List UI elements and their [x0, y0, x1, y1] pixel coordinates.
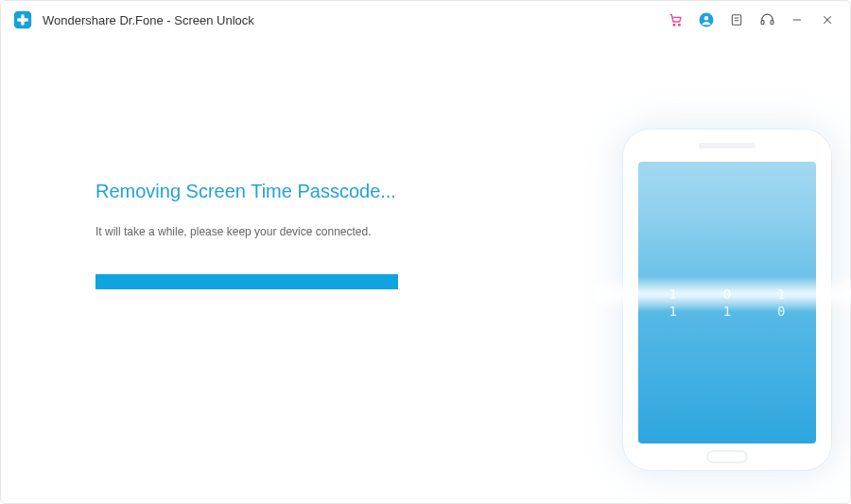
- scan-digit: 1: [669, 304, 676, 319]
- svg-rect-9: [771, 20, 773, 24]
- svg-rect-8: [761, 20, 764, 24]
- progress-bar: [96, 274, 398, 289]
- device-illustration: 1 0 1 1 1 0: [623, 130, 831, 470]
- account-icon[interactable]: [693, 7, 720, 33]
- status-subtext: It will take a while, please keep your d…: [96, 225, 474, 238]
- phone-home-button: [706, 450, 748, 463]
- app-window: Wondershare Dr.Fone - Screen Unlock: [0, 0, 851, 504]
- scan-digits-row: 1 1 0: [638, 304, 816, 319]
- scan-digit: 1: [723, 304, 731, 319]
- svg-point-6: [704, 16, 709, 21]
- scan-digits-row: 1 0 1: [638, 287, 816, 302]
- minimize-button[interactable]: [784, 7, 810, 33]
- phone-screen: 1 0 1 1 1 0: [638, 162, 816, 443]
- close-button[interactable]: [814, 7, 841, 33]
- progress-panel: Removing Screen Time Passcode... It will…: [1, 39, 474, 503]
- svg-rect-2: [17, 18, 28, 21]
- svg-rect-7: [732, 15, 740, 26]
- window-title: Wondershare Dr.Fone - Screen Unlock: [43, 13, 254, 27]
- svg-point-3: [673, 24, 675, 26]
- scan-digit: 0: [777, 304, 785, 319]
- support-icon[interactable]: [754, 7, 780, 33]
- scan-digit: 1: [777, 287, 785, 302]
- feedback-icon[interactable]: [723, 7, 750, 33]
- scan-digit: 1: [669, 287, 676, 302]
- cart-icon[interactable]: [663, 7, 689, 33]
- phone-earpiece: [699, 143, 755, 148]
- svg-point-4: [678, 24, 680, 26]
- app-logo-icon: [12, 9, 33, 30]
- scan-digit: 0: [723, 287, 731, 302]
- status-heading: Removing Screen Time Passcode...: [96, 181, 474, 202]
- phone-frame: 1 0 1 1 1 0: [623, 130, 831, 470]
- titlebar: Wondershare Dr.Fone - Screen Unlock: [1, 1, 850, 39]
- content-area: Removing Screen Time Passcode... It will…: [1, 39, 850, 503]
- progress-fill: [96, 274, 398, 289]
